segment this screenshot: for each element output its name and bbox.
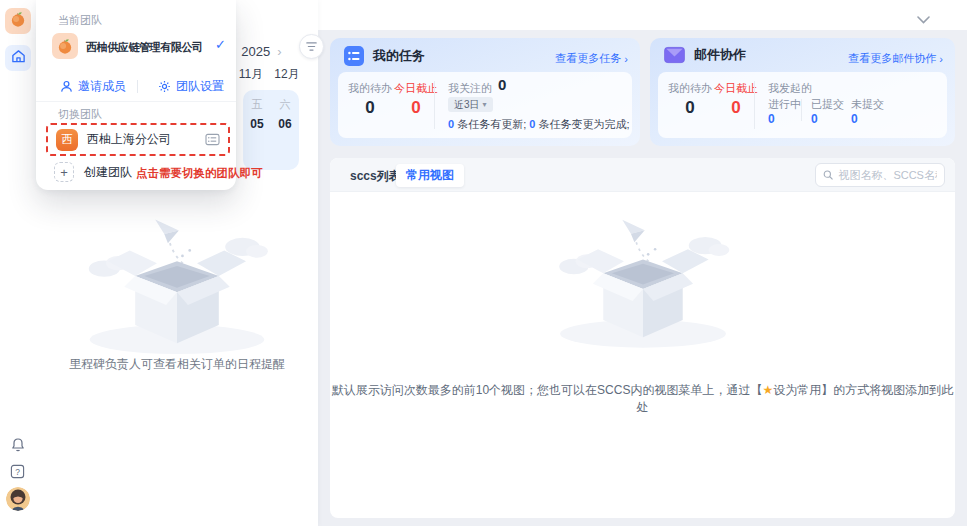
mail-collab-card: 邮件协作 查看更多邮件协作› 我的待办 今日截止 0 0 我发起的 进行中 已提… xyxy=(650,38,955,146)
due-today-label: 今日截止 xyxy=(714,81,758,96)
envelope-icon xyxy=(664,46,685,64)
team-item-name: 西柚上海分公司 xyxy=(87,131,196,148)
date-cell-06[interactable]: 06 xyxy=(271,117,299,131)
gear-icon xyxy=(158,80,171,93)
calendar-dates: 05 06 xyxy=(243,117,299,131)
search-input[interactable] xyxy=(838,169,937,181)
mail-card-title: 邮件协作 xyxy=(694,46,746,64)
month-december[interactable]: 12月 xyxy=(269,66,305,83)
weekday-saturday: 六 xyxy=(271,97,299,112)
current-team-avatar xyxy=(52,33,78,59)
team-settings-button[interactable]: 团队设置 xyxy=(158,78,224,95)
grapefruit-logo-icon xyxy=(56,37,74,55)
section-divider xyxy=(36,101,236,102)
svg-text:?: ? xyxy=(15,467,20,477)
help-icon: ? xyxy=(10,465,25,482)
icon-rail: ? xyxy=(0,0,36,526)
todo-label: 我的待办 xyxy=(668,81,712,96)
mail-card-header: 邮件协作 xyxy=(664,46,746,64)
team-initial-avatar: 西 xyxy=(56,129,78,151)
tab-favorite-views[interactable]: 常用视图 xyxy=(396,164,464,187)
more-mail-link[interactable]: 查看更多邮件协作› xyxy=(848,51,943,66)
team-card-icon xyxy=(205,133,220,146)
team-item-shanghai-branch[interactable]: 西 西柚上海分公司 xyxy=(46,123,230,156)
empty-box-illustration xyxy=(77,205,277,360)
link-arrow-icon: › xyxy=(624,53,628,65)
current-team-label: 当前团队 xyxy=(58,13,102,28)
empty-box-illustration xyxy=(548,206,738,353)
app-logo[interactable] xyxy=(5,8,31,34)
tasks-card-title: 我的任务 xyxy=(373,47,425,65)
in-progress-label: 进行中 xyxy=(768,97,801,112)
unsubmitted-count: 0 xyxy=(851,112,858,126)
star-icon: ★ xyxy=(762,383,773,397)
calendar-weekday-header: 五 六 xyxy=(243,97,299,112)
more-tasks-link[interactable]: 查看更多任务› xyxy=(555,51,628,66)
stats-divider xyxy=(434,81,435,129)
submitted-count: 0 xyxy=(811,112,818,126)
date-cell-05[interactable]: 05 xyxy=(243,117,271,131)
search-icon xyxy=(823,169,833,181)
tasks-stats-panel: 我的待办 今日截止 0 0 我关注的 0 近3日▾ 0 条任务有更新; 0 条任… xyxy=(338,72,632,138)
actions-divider xyxy=(137,80,138,93)
sccs-views-panel: sccs列表 常用视图 xyxy=(330,158,955,518)
stats-divider xyxy=(754,81,755,129)
grapefruit-logo-icon xyxy=(9,10,27,32)
substats-divider xyxy=(801,99,802,121)
task-list-icon xyxy=(344,46,364,66)
team-switcher-dropdown: 当前团队 西柚供应链管理有限公司 ✓ 邀请成员 团队设置 xyxy=(36,0,236,190)
following-count: 0 xyxy=(498,76,506,93)
weekday-friday: 五 xyxy=(243,97,271,112)
switch-team-label: 切换团队 xyxy=(58,107,102,122)
person-icon xyxy=(60,80,73,93)
due-today-count: 0 xyxy=(394,98,438,118)
home-icon xyxy=(11,49,26,68)
initiated-label: 我发起的 xyxy=(768,81,812,96)
submitted-label: 已提交 xyxy=(811,97,844,112)
tab-sccs-list[interactable]: sccs列表 xyxy=(350,168,401,185)
due-today-count: 0 xyxy=(714,98,758,118)
collapse-button[interactable] xyxy=(917,10,930,28)
calendar-months: 11月 12月 xyxy=(233,66,305,83)
unsubmitted-label: 未提交 xyxy=(851,97,884,112)
tasks-card-header: 我的任务 xyxy=(344,46,425,66)
create-team-button[interactable]: + 创建团队 xyxy=(54,162,132,182)
todo-count: 0 xyxy=(668,98,712,118)
month-november[interactable]: 11月 xyxy=(233,66,269,83)
todo-count: 0 xyxy=(348,98,392,118)
view-search-box[interactable] xyxy=(815,163,945,187)
sccs-empty-caption: 默认展示访问次数最多的前10个视图；您也可以在SCCS内的视图菜单上，通过【★设… xyxy=(330,382,955,416)
create-team-label: 创建团队 xyxy=(84,164,132,181)
in-progress-count: 0 xyxy=(768,112,775,126)
schedule-empty-caption: 里程碑负责人可查看相关订单的日程提醒 xyxy=(36,356,318,373)
tutorial-annotation-text: 点击需要切换的团队即可 xyxy=(136,166,263,181)
link-arrow-icon: › xyxy=(939,53,943,65)
plus-icon: + xyxy=(54,162,74,182)
check-icon: ✓ xyxy=(215,37,226,52)
my-tasks-card: 我的任务 查看更多任务› 我的待办 今日截止 0 0 我关注的 0 近3日▾ 0… xyxy=(330,38,640,146)
filter-lines-icon xyxy=(306,42,317,51)
avatar-image xyxy=(6,487,30,511)
calendar-filter-button[interactable] xyxy=(299,34,324,59)
due-today-label: 今日截止 xyxy=(394,81,438,96)
mail-stats-panel: 我的待办 今日截止 0 0 我发起的 进行中 已提交 未提交 0 0 0 xyxy=(658,72,947,138)
next-year-icon[interactable]: › xyxy=(277,45,281,59)
current-team-name: 西柚供应链管理有限公司 xyxy=(86,40,203,55)
app-window: ? ‹ 2025 › xyxy=(0,0,967,526)
user-avatar[interactable] xyxy=(6,487,30,511)
bell-icon xyxy=(10,439,26,456)
chevron-down-icon xyxy=(917,16,930,24)
todo-label: 我的待办 xyxy=(348,81,392,96)
caret-down-icon: ▾ xyxy=(483,100,487,109)
following-label: 我关注的 xyxy=(448,81,492,96)
date-range-dropdown[interactable]: 近3日▾ xyxy=(448,97,493,112)
help-button[interactable]: ? xyxy=(10,464,26,480)
notifications-button[interactable] xyxy=(10,437,26,453)
invite-member-label: 邀请成员 xyxy=(78,78,126,95)
calendar-year-nav: ‹ 2025 › xyxy=(230,44,282,59)
invite-member-button[interactable]: 邀请成员 xyxy=(60,78,126,95)
task-update-summary: 0 条任务有更新; 0 条任务变更为完成; xyxy=(448,117,630,132)
calendar-year: 2025 xyxy=(241,44,270,59)
top-bar xyxy=(318,0,967,30)
sidebar-item-home[interactable] xyxy=(5,45,31,71)
